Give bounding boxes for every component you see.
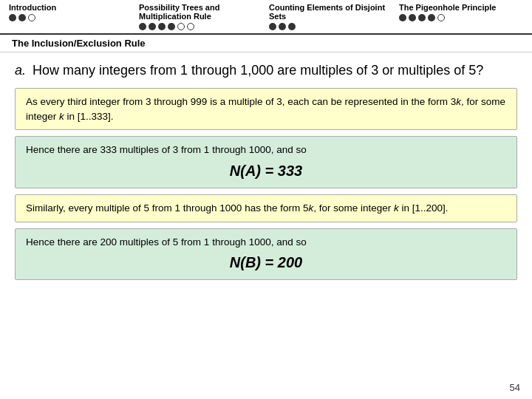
info-box-2: Hence there are 333 multiples of 3 from … [15,136,517,188]
dot-1 [269,23,276,30]
dot-1 [9,14,16,21]
dot-1 [399,14,406,21]
nav-title-possibility-trees: Possibility Trees and Multiplication Rul… [139,3,263,21]
main-content: a. How many integers from 1 through 1,00… [0,52,532,292]
dot-6 [187,23,194,30]
dot-4 [428,14,435,21]
na-result: N(A) = 333 [26,160,506,182]
nb-result: N(B) = 200 [26,252,506,273]
nav-title-counting-elements: Counting Elements of Disjoint Sets [269,3,393,21]
info-box-1: As every third integer from 3 through 99… [15,88,517,130]
info-box-4: Hence there are 200 multiples of 5 from … [15,228,517,281]
nav-dots-introduction [9,14,133,21]
nav-section-pigeonhole[interactable]: The Pigeonhole Principle [396,3,526,21]
dot-2 [279,23,286,30]
dot-3 [288,23,296,30]
dot-5 [177,23,185,30]
nav-section-possibility-trees[interactable]: Possibility Trees and Multiplication Rul… [136,3,266,30]
nav-bar: Introduction Possibility Trees and Multi… [0,0,532,35]
dot-3 [28,14,35,21]
nav-section-introduction[interactable]: Introduction [6,3,136,21]
nav-dots-counting-elements [269,23,393,30]
nav-dots-pigeonhole [399,14,523,21]
dot-3 [418,14,426,21]
question-label: a. [15,63,26,78]
dot-2 [409,14,416,21]
question-text: How many integers from 1 through 1,000 a… [33,63,483,78]
info-box-3: Similarly, every multiple of 5 from 1 th… [15,194,517,222]
dot-2 [149,23,156,30]
nav-title-introduction: Introduction [9,3,133,12]
dot-1 [139,23,146,30]
section-heading: The Inclusion/Exclusion Rule [0,35,532,52]
nav-section-counting-elements[interactable]: Counting Elements of Disjoint Sets [266,3,396,30]
page-number: 54 [510,382,520,393]
nav-dots-possibility-trees [139,23,263,30]
dot-2 [18,14,26,21]
dot-3 [158,23,166,30]
dot-4 [168,23,175,30]
nav-title-pigeonhole: The Pigeonhole Principle [399,3,523,12]
question: a. How many integers from 1 through 1,00… [15,61,517,79]
dot-5 [437,14,445,21]
